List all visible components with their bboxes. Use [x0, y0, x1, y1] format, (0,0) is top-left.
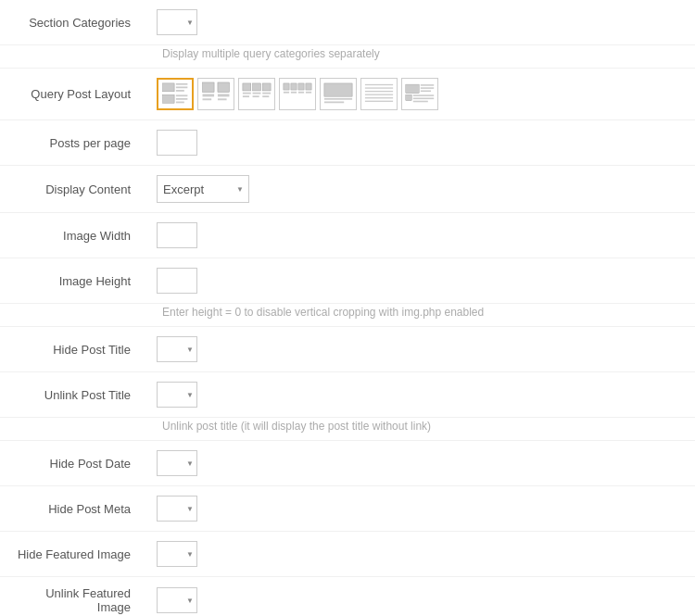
svg-rect-0 — [163, 83, 175, 92]
svg-rect-32 — [324, 98, 352, 100]
unlink-post-title-hint: Unlink post title (it will display the p… — [0, 418, 695, 441]
svg-rect-13 — [218, 98, 227, 100]
image-height-input[interactable] — [157, 268, 197, 294]
svg-rect-35 — [365, 87, 393, 88]
layout-icon-grid2[interactable] — [197, 78, 234, 110]
svg-rect-6 — [176, 98, 188, 100]
svg-rect-41 — [421, 84, 434, 86]
svg-rect-11 — [218, 82, 230, 93]
svg-rect-18 — [253, 93, 261, 94]
hide-featured-image-select[interactable] — [157, 541, 197, 567]
svg-rect-36 — [365, 91, 393, 92]
display-content-label: Display Content — [0, 166, 144, 213]
image-height-label: Image Height — [0, 258, 144, 304]
svg-rect-39 — [365, 101, 393, 102]
svg-rect-33 — [324, 102, 344, 104]
svg-rect-17 — [253, 83, 261, 91]
svg-rect-29 — [306, 83, 311, 90]
svg-rect-43 — [421, 91, 431, 93]
unlink-featured-image-label: Unlink Featured Image — [0, 577, 144, 617]
image-width-input[interactable] — [157, 222, 197, 248]
unlink-post-title-wrapper — [157, 382, 197, 408]
svg-rect-34 — [365, 84, 393, 85]
svg-rect-1 — [176, 83, 188, 85]
hide-post-date-label: Hide Post Date — [0, 441, 144, 486]
hide-post-title-label: Hide Post Title — [0, 327, 144, 372]
hide-featured-image-label: Hide Featured Image — [0, 532, 144, 577]
svg-rect-19 — [253, 95, 259, 97]
hide-post-meta-wrapper — [157, 496, 197, 522]
svg-rect-16 — [243, 95, 249, 97]
svg-rect-15 — [243, 93, 251, 94]
hide-post-title-select[interactable] — [157, 336, 197, 362]
unlink-post-title-select[interactable] — [157, 382, 197, 408]
svg-rect-40 — [406, 84, 419, 94]
svg-rect-37 — [365, 94, 393, 95]
unlink-featured-image-wrapper — [157, 587, 197, 613]
display-content-wrapper: Excerpt Full Content None — [157, 175, 249, 203]
layout-icon-lines[interactable] — [360, 78, 398, 110]
unlink-post-title-label: Unlink Post Title — [0, 372, 144, 418]
svg-rect-30 — [306, 92, 311, 94]
layout-icons-group — [157, 78, 682, 110]
svg-rect-45 — [413, 94, 434, 96]
layout-icon-featured[interactable] — [320, 78, 357, 110]
svg-rect-42 — [421, 87, 434, 89]
svg-rect-3 — [176, 90, 184, 92]
hide-featured-image-wrapper — [157, 541, 197, 567]
layout-icon-mixed[interactable] — [401, 78, 438, 110]
svg-rect-5 — [176, 94, 188, 96]
image-height-hint: Enter height = 0 to disable vertical cro… — [0, 304, 695, 327]
svg-rect-20 — [262, 83, 271, 91]
hide-post-title-wrapper — [157, 336, 197, 362]
svg-rect-10 — [203, 98, 212, 100]
svg-rect-26 — [291, 92, 297, 94]
svg-rect-4 — [163, 94, 175, 103]
hide-post-date-wrapper — [157, 450, 197, 476]
image-width-label: Image Width — [0, 213, 144, 258]
section-categories-label: Section Categories — [0, 0, 144, 45]
posts-per-page-input[interactable] — [157, 130, 197, 156]
hide-post-date-select[interactable] — [157, 450, 197, 476]
svg-rect-14 — [243, 83, 251, 91]
unlink-featured-image-select[interactable] — [157, 587, 197, 613]
svg-rect-27 — [298, 83, 304, 90]
svg-rect-21 — [262, 93, 271, 94]
posts-per-page-label: Posts per page — [0, 120, 144, 166]
svg-rect-46 — [413, 98, 434, 100]
svg-rect-2 — [176, 86, 188, 88]
svg-rect-8 — [203, 82, 215, 93]
section-categories-wrapper — [157, 9, 197, 35]
svg-rect-25 — [291, 83, 297, 90]
svg-rect-31 — [324, 83, 352, 96]
hide-post-meta-select[interactable] — [157, 496, 197, 522]
svg-rect-23 — [284, 83, 289, 90]
svg-rect-24 — [284, 92, 289, 94]
svg-rect-38 — [365, 97, 393, 98]
svg-rect-22 — [262, 95, 269, 97]
svg-rect-7 — [176, 102, 184, 104]
svg-rect-28 — [298, 92, 304, 94]
section-categories-hint: Display multiple query categories separa… — [0, 45, 695, 69]
svg-rect-9 — [203, 94, 215, 97]
section-categories-select[interactable] — [157, 9, 197, 35]
hide-post-meta-label: Hide Post Meta — [0, 486, 144, 532]
layout-icon-list[interactable] — [157, 78, 194, 110]
svg-rect-47 — [413, 101, 428, 103]
layout-icon-grid4[interactable] — [279, 78, 316, 110]
query-post-layout-label: Query Post Layout — [0, 69, 144, 120]
svg-rect-12 — [218, 94, 230, 97]
display-content-select[interactable]: Excerpt Full Content None — [157, 175, 249, 203]
svg-rect-44 — [406, 94, 411, 100]
layout-icon-grid3[interactable] — [238, 78, 275, 110]
